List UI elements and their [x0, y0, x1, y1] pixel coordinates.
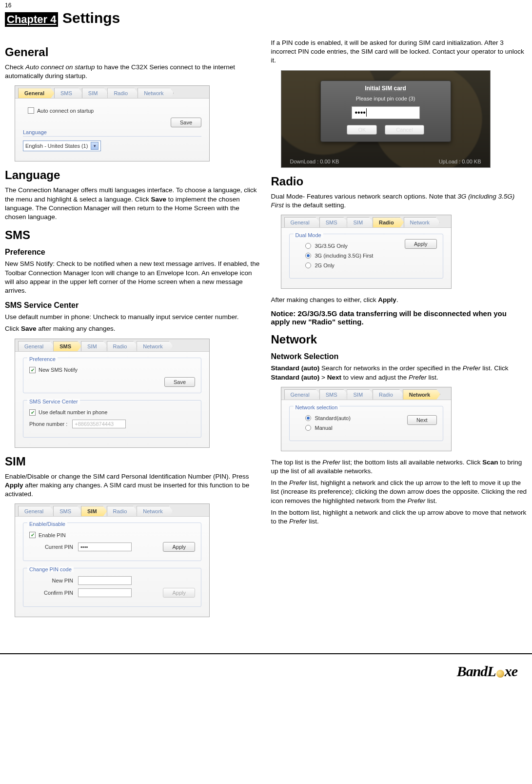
next-button[interactable]: Next: [407, 415, 437, 425]
radio-standard-auto-label: Standard(auto): [315, 415, 351, 421]
language-select[interactable]: English - United States (1) ▾: [23, 141, 101, 151]
tab-network[interactable]: Network: [138, 88, 174, 98]
tab-radio[interactable]: Radio: [107, 506, 138, 516]
tab-sim[interactable]: SIM: [81, 506, 107, 516]
auto-connect-checkbox[interactable]: [28, 107, 34, 114]
chapter-row: Chapter 4 Settings: [5, 10, 527, 27]
text: after making any changes.: [37, 325, 116, 332]
tab-sim[interactable]: SIM: [347, 217, 373, 227]
radio-3g-first[interactable]: [305, 253, 311, 259]
network-selection-sub: Network Selection: [271, 352, 528, 361]
text-italic: Prefer: [463, 364, 481, 372]
general-paragraph: Check Auto connect on startup to have th…: [5, 63, 261, 80]
radio-manual[interactable]: [305, 425, 311, 431]
tab-general[interactable]: General: [18, 88, 55, 98]
pin-input[interactable]: ••••: [352, 106, 420, 119]
tab-radio[interactable]: Radio: [107, 88, 138, 98]
tab-sms[interactable]: SMS: [54, 88, 82, 98]
tab-network[interactable]: Network: [403, 389, 440, 400]
right-column: If a PIN code is enabled, it will be ask…: [271, 39, 528, 624]
tab-sim[interactable]: SIM: [82, 88, 108, 98]
text: The top list is the: [271, 459, 323, 466]
enable-pin-label: Enable PIN: [39, 532, 66, 538]
figure-general: General SMS SIM Radio Network Auto conne…: [15, 85, 210, 161]
tabs: General SMS SIM Radio Network: [15, 86, 209, 99]
tab-network[interactable]: Network: [137, 506, 173, 516]
phone-number-input[interactable]: +886935874443: [72, 420, 126, 428]
radio-3g-only[interactable]: [305, 243, 311, 249]
tab-general[interactable]: General: [284, 389, 320, 400]
figure-sim: General SMS SIM Radio Network Enable/Dis…: [15, 503, 210, 617]
sms-center-p2: Click Save after making any changes.: [5, 324, 261, 333]
tab-network[interactable]: Network: [404, 217, 440, 227]
confirm-pin-label: Confirm PIN: [29, 590, 73, 596]
cancel-button[interactable]: Cancel: [385, 125, 424, 135]
new-sms-notify-checkbox[interactable]: ✔: [29, 367, 36, 373]
tab-network[interactable]: Network: [137, 341, 173, 351]
text: list.: [427, 374, 438, 381]
chapter-title: Settings: [62, 10, 120, 26]
apply-button[interactable]: Apply: [163, 542, 195, 552]
general-heading: General: [5, 45, 261, 59]
apply-button[interactable]: Apply: [405, 239, 437, 249]
text: Dual Mode- Features various network sear…: [271, 193, 458, 200]
text: Search for networks in the order specifi…: [319, 364, 462, 372]
figure-radio: General SMS SIM Radio Network Dual Mode …: [281, 215, 452, 289]
confirm-pin-input[interactable]: [78, 588, 132, 597]
tab-sim[interactable]: SIM: [347, 389, 373, 400]
language-group-label: Language: [23, 129, 201, 135]
text-italic: Auto connect on startup: [25, 63, 95, 71]
text-bold: Standard (auto): [271, 364, 320, 372]
tab-radio[interactable]: Radio: [107, 341, 138, 351]
radio-standard-auto[interactable]: [305, 415, 311, 421]
tab-sms[interactable]: SMS: [53, 506, 81, 516]
text: list.: [425, 497, 437, 504]
new-pin-label: New PIN: [29, 578, 73, 583]
tab-sms[interactable]: SMS: [319, 217, 348, 227]
network-p1: Standard (auto) Search for networks in t…: [271, 364, 528, 382]
brand-orb-icon: [496, 670, 504, 678]
chevron-down-icon[interactable]: ▾: [91, 142, 99, 150]
text: is the default setting.: [284, 201, 346, 209]
sms-heading: SMS: [5, 228, 261, 242]
text: list; the bottom lists all available net…: [340, 459, 482, 466]
tabs: General SMS SIM Radio Network: [281, 387, 451, 400]
network-heading: Network: [271, 333, 528, 346]
new-pin-input[interactable]: [78, 576, 132, 585]
save-button[interactable]: Save: [171, 118, 201, 127]
tabs: General SMS SIM Radio Network: [281, 215, 451, 228]
ok-button[interactable]: OK: [347, 125, 377, 135]
tab-general[interactable]: General: [284, 217, 320, 227]
current-pin-input[interactable]: ••••: [78, 543, 132, 551]
page-number: 16: [5, 2, 527, 9]
tab-radio[interactable]: Radio: [373, 389, 403, 400]
enable-pin-checkbox[interactable]: ✔: [29, 532, 36, 538]
text-bold: Apply: [378, 296, 396, 303]
network-p4: In the bottom list, highlight a network …: [271, 508, 528, 526]
tab-general[interactable]: General: [18, 506, 54, 516]
dialog-message: Please input pin code (3): [326, 96, 446, 101]
text: list, highlight a network and click the …: [271, 479, 527, 504]
use-default-checkbox[interactable]: ✔: [29, 409, 36, 416]
tab-radio[interactable]: Radio: [373, 217, 404, 227]
phone-number-label: Phone number :: [29, 421, 67, 427]
sim-heading: SIM: [5, 455, 261, 468]
tab-sms[interactable]: SMS: [319, 389, 348, 400]
language-heading: Language: [5, 168, 261, 182]
tab-sim[interactable]: SIM: [81, 341, 107, 351]
text-bold: Standard (auto): [271, 374, 320, 381]
radio-heading: Radio: [271, 175, 528, 188]
text: .: [396, 296, 398, 303]
text: after making any changes. A SIM card mus…: [5, 482, 249, 498]
language-paragraph: The Connection Manager offers multi lang…: [5, 186, 261, 221]
network-selection-group-label: Network selection: [294, 404, 340, 410]
save-button[interactable]: Save: [164, 377, 195, 387]
apply-button-disabled: Apply: [163, 588, 195, 598]
text: list. Click: [480, 364, 508, 372]
preference-group-label: Preference: [27, 356, 58, 362]
text-bold: Next: [327, 374, 341, 381]
radio-2g-only[interactable]: [305, 262, 311, 268]
download-status: DownLoad : 0.00 KB: [290, 159, 339, 164]
tab-general[interactable]: General: [18, 341, 54, 351]
tab-sms[interactable]: SMS: [53, 341, 81, 351]
